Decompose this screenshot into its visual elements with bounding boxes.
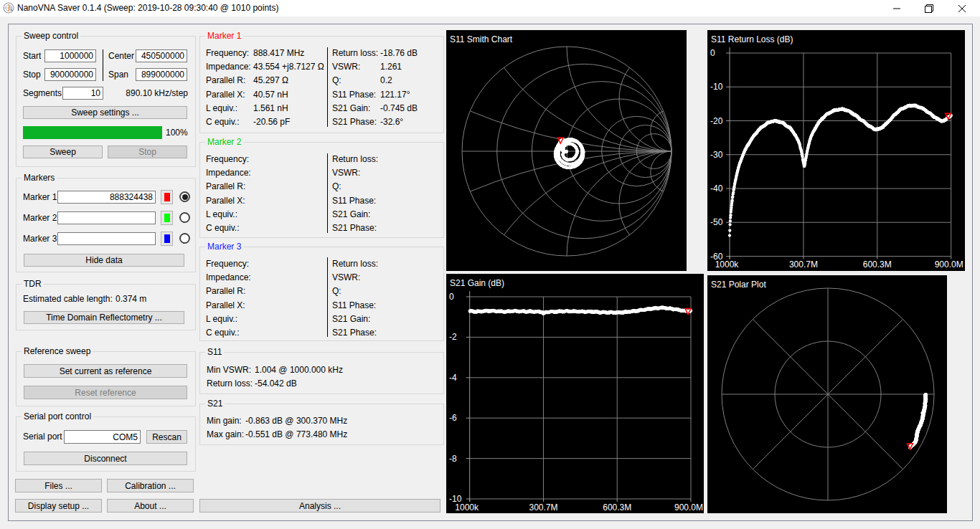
marker-field-label: Impedance: bbox=[206, 168, 251, 178]
application-window: NanoVNA Saver 0.1.4 (Sweep: 2019-10-28 0… bbox=[0, 0, 980, 529]
marker-field-value: 43.554 +j8.7127 Ω bbox=[253, 62, 324, 72]
marker-field-label: S21 Gain: bbox=[332, 209, 370, 219]
sweep-button[interactable]: Sweep bbox=[23, 146, 103, 158]
svg-text:600.3M: 600.3M bbox=[603, 502, 631, 513]
marker-field-label: Parallel X: bbox=[206, 196, 245, 206]
s11-row2-value: -54.042 dB bbox=[255, 378, 297, 389]
column-divider bbox=[327, 257, 328, 337]
marker-field-label: S11 Phase: bbox=[332, 196, 376, 206]
svg-text:S21 Gain (dB): S21 Gain (dB) bbox=[450, 278, 504, 288]
start-label: Start bbox=[23, 49, 41, 62]
start-input[interactable] bbox=[44, 49, 96, 62]
s21-polar-chart[interactable]: S21 Polar Plot bbox=[707, 275, 947, 513]
span-input[interactable] bbox=[136, 68, 187, 81]
svg-text:S11 Smith Chart: S11 Smith Chart bbox=[450, 34, 513, 44]
marker-select-radio[interactable] bbox=[179, 191, 190, 202]
group-title: Markers bbox=[22, 173, 57, 184]
marker-field-value: 40.57 nH bbox=[253, 90, 288, 100]
column-divider bbox=[327, 47, 328, 127]
s21-row2-label: Max gain: bbox=[207, 429, 244, 439]
span-label: Span bbox=[108, 68, 128, 81]
marker-field-value: -20.56 pF bbox=[253, 117, 290, 127]
marker-field-label: Frequency: bbox=[206, 259, 249, 269]
marker-field-label: S21 Phase: bbox=[332, 328, 377, 338]
display-setup-button[interactable]: Display setup ... bbox=[15, 499, 102, 513]
s11-row1-label: Min VSWR: bbox=[207, 365, 251, 375]
s21-gain-chart[interactable]: 0-2-4-6-8-101000k300.7M600.3M900.0MS21 G… bbox=[446, 274, 704, 513]
rescan-button[interactable]: Rescan bbox=[146, 430, 187, 444]
marker-field-value: 0.2 bbox=[380, 75, 392, 85]
serial-port-label: Serial port bbox=[23, 430, 62, 444]
close-icon bbox=[958, 4, 966, 12]
minimize-button[interactable] bbox=[885, 0, 909, 16]
marker-color-swatch bbox=[164, 234, 170, 243]
serial-port-input[interactable] bbox=[64, 430, 141, 444]
marker-field-label: Q: bbox=[332, 286, 341, 296]
marker-field-label: VSWR: bbox=[332, 62, 360, 72]
tdr-button[interactable]: Time Domain Reflectometry ... bbox=[24, 311, 184, 324]
svg-text:S21 Polar Plot: S21 Polar Plot bbox=[711, 280, 766, 290]
segments-label: Segments bbox=[23, 87, 62, 100]
stop-input[interactable] bbox=[44, 68, 96, 81]
marker-field-label: Return loss: bbox=[332, 48, 378, 58]
stop-button[interactable]: Stop bbox=[108, 146, 187, 158]
marker-color-button[interactable] bbox=[161, 211, 173, 225]
marker-field-label: Impedance: bbox=[206, 62, 251, 72]
restore-icon bbox=[925, 4, 933, 13]
progress-percent-label: 100% bbox=[166, 126, 188, 139]
hide-data-button[interactable]: Hide data bbox=[24, 254, 184, 267]
svg-text:-20: -20 bbox=[710, 116, 723, 126]
marker-field-value: 888.417 MHz bbox=[253, 48, 304, 58]
marker-color-button[interactable] bbox=[161, 190, 173, 204]
marker-frequency-input[interactable] bbox=[57, 191, 156, 204]
center-input[interactable] bbox=[136, 49, 187, 62]
close-button[interactable] bbox=[950, 0, 974, 16]
svg-text:300.7M: 300.7M bbox=[529, 502, 557, 513]
marker-select-radio[interactable] bbox=[179, 233, 190, 244]
s11-return-loss-chart[interactable]: 0-10-20-30-40-50-601000k300.7M600.3M900.… bbox=[707, 30, 965, 271]
marker2-details-group: Marker 2 Frequency:Impedance:Parallel R:… bbox=[199, 142, 444, 238]
group-title: Marker 1 bbox=[205, 31, 243, 42]
marker-color-swatch bbox=[164, 193, 170, 201]
svg-text:-8: -8 bbox=[449, 454, 457, 464]
svg-text:0: 0 bbox=[710, 48, 715, 58]
marker-field-label: C equiv.: bbox=[206, 328, 239, 338]
marker-field-value: 45.297 Ω bbox=[253, 75, 288, 85]
reset-reference-button[interactable]: Reset reference bbox=[24, 386, 187, 399]
set-reference-button[interactable]: Set current as reference bbox=[24, 364, 187, 378]
marker-field-label: Parallel R: bbox=[206, 75, 245, 85]
s11-info-group: S11 Min VSWR: 1.004 @ 1000.000 kHz Retur… bbox=[199, 352, 444, 394]
title-bar: NanoVNA Saver 0.1.4 (Sweep: 2019-10-28 0… bbox=[0, 0, 980, 16]
marker-frequency-input[interactable] bbox=[57, 232, 156, 245]
marker-row-label: Marker 2 bbox=[23, 211, 57, 224]
markers-group: Markers Marker 1Marker 2Marker 3 Hide da… bbox=[16, 178, 196, 272]
column-divider bbox=[327, 153, 328, 233]
segments-input[interactable] bbox=[62, 87, 103, 100]
sweep-settings-button[interactable]: Sweep settings ... bbox=[23, 106, 187, 119]
marker-field-label: L equiv.: bbox=[206, 209, 237, 219]
analysis-button[interactable]: Analysis ... bbox=[199, 499, 440, 513]
marker-field-label: C equiv.: bbox=[206, 223, 239, 233]
maximize-button[interactable] bbox=[917, 0, 941, 16]
disconnect-button[interactable]: Disconnect bbox=[24, 452, 187, 465]
calibration-button[interactable]: Calibration ... bbox=[107, 479, 194, 492]
marker-select-radio[interactable] bbox=[179, 212, 190, 223]
marker-field-label: S21 Gain: bbox=[332, 314, 370, 324]
marker-frequency-input[interactable] bbox=[57, 211, 156, 224]
files-button[interactable]: Files ... bbox=[15, 479, 102, 492]
svg-text:-40: -40 bbox=[710, 184, 723, 194]
group-title: Sweep control bbox=[22, 31, 80, 42]
minimize-icon bbox=[893, 4, 901, 12]
marker-row-label: Marker 3 bbox=[23, 232, 57, 245]
marker-color-button[interactable] bbox=[161, 232, 173, 246]
marker-field-label: C equiv.: bbox=[206, 117, 239, 127]
marker-field-value: 121.17° bbox=[380, 90, 410, 100]
svg-text:600.3M: 600.3M bbox=[863, 259, 892, 270]
svg-text:1000k: 1000k bbox=[715, 259, 740, 270]
marker-color-swatch bbox=[164, 214, 170, 222]
s21-row1-value: -0.863 dB @ 300.370 MHz bbox=[245, 416, 347, 426]
marker-field-label: L equiv.: bbox=[206, 103, 237, 113]
marker-field-label: Impedance: bbox=[206, 272, 251, 282]
s11-smith-chart[interactable]: S11 Smith Chart bbox=[446, 30, 687, 271]
about-button[interactable]: About ... bbox=[107, 499, 194, 513]
